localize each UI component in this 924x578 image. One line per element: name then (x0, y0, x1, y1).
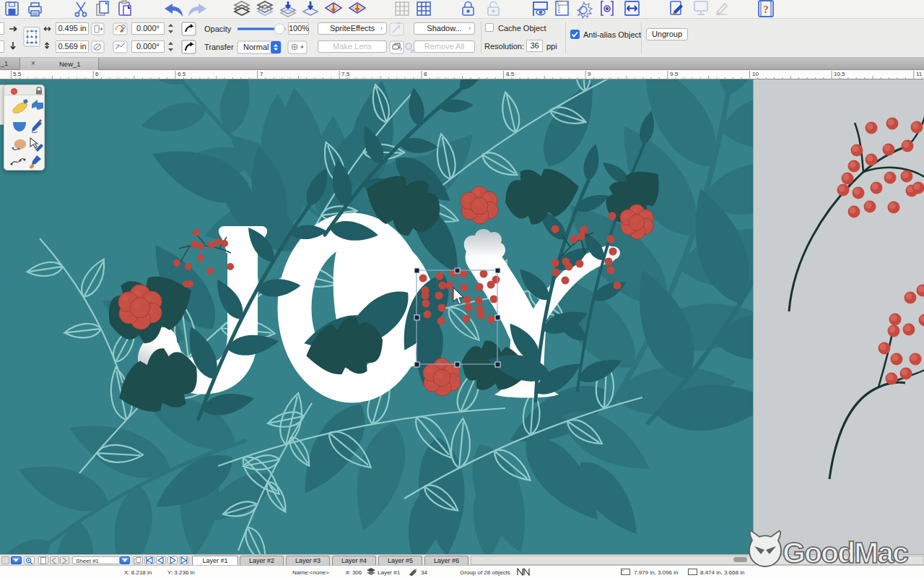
svg-text:?: ? (763, 4, 769, 15)
svg-text:?: ? (399, 47, 402, 52)
svg-text:GoodMac: GoodMac (783, 536, 908, 569)
svg-text:Normal: Normal (243, 43, 269, 51)
